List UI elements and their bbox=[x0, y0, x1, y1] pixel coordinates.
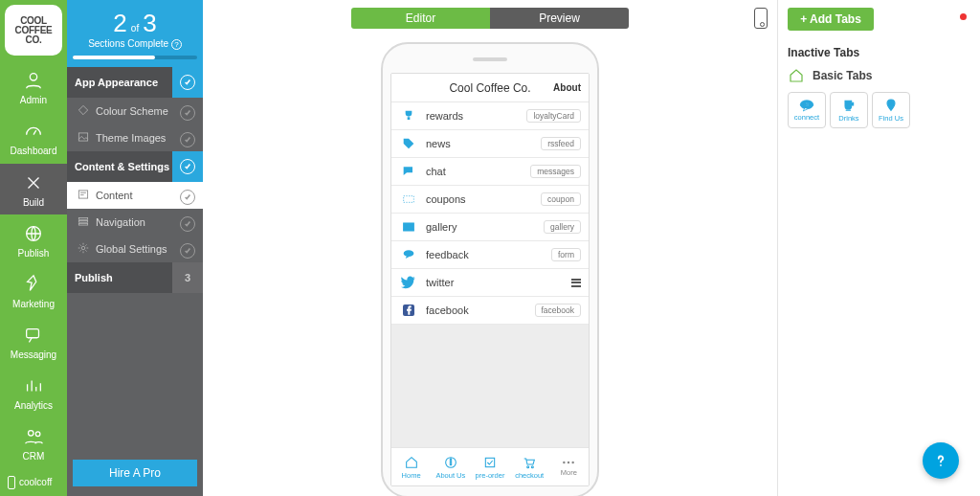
svg-rect-6 bbox=[78, 191, 87, 198]
twitter-icon bbox=[399, 275, 418, 290]
primary-nav-sidebar: COOLCOFFEECO. Admin Dashboard Build Publ… bbox=[0, 0, 67, 496]
content-icon bbox=[77, 188, 90, 203]
editor-tab[interactable]: Editor bbox=[351, 8, 490, 29]
svg-rect-9 bbox=[78, 223, 87, 225]
svg-point-21 bbox=[532, 465, 534, 467]
svg-rect-8 bbox=[78, 220, 87, 222]
svg-point-10 bbox=[81, 246, 85, 250]
notification-dot bbox=[960, 13, 967, 20]
svg-rect-17 bbox=[450, 461, 451, 464]
tabbar-about[interactable]: About Us bbox=[431, 448, 470, 485]
chip-connect[interactable]: Hi!connect bbox=[788, 92, 826, 128]
nav-item-analytics[interactable]: Analytics bbox=[0, 367, 67, 417]
nav-item-publish[interactable]: Publish bbox=[0, 214, 67, 265]
inactive-tabs-heading: Inactive Tabs bbox=[788, 46, 970, 59]
tab-row-rewards[interactable]: rewards loyaltyCard bbox=[391, 102, 589, 130]
section-app-appearance[interactable]: App Appearance bbox=[67, 67, 203, 98]
svg-point-20 bbox=[527, 465, 529, 467]
publish-count-badge: 3 bbox=[172, 262, 203, 293]
settings-column: 2 of 3 Sections Complete ? App Appearanc… bbox=[67, 0, 203, 496]
app-titlebar: Cool Coffee Co. About bbox=[391, 74, 589, 102]
nav-item-dashboard[interactable]: Dashboard bbox=[0, 112, 67, 163]
image-icon bbox=[77, 130, 90, 146]
nav-item-messaging[interactable]: Messaging bbox=[0, 316, 67, 367]
nav-item-build[interactable]: Build bbox=[0, 164, 67, 214]
tab-row-news[interactable]: news rssfeed bbox=[391, 130, 589, 158]
basic-tabs-row: Basic Tabs bbox=[788, 67, 970, 84]
brand-logo: COOLCOFFEECO. bbox=[5, 5, 62, 56]
chip-drinks[interactable]: Drinks bbox=[830, 92, 868, 128]
section-content-settings[interactable]: Content & Settings bbox=[67, 151, 203, 182]
tab-row-twitter[interactable]: twitter bbox=[391, 269, 589, 297]
svg-rect-5 bbox=[78, 133, 87, 141]
user-footer[interactable]: coolcoff bbox=[0, 469, 67, 496]
phone-preview: Cool Coffee Co. About rewards loyaltyCar… bbox=[381, 42, 599, 496]
chip-findus[interactable]: Find Us bbox=[872, 92, 910, 128]
svg-text:Hi!: Hi! bbox=[804, 101, 810, 107]
svg-point-0 bbox=[30, 74, 36, 80]
svg-point-4 bbox=[35, 432, 40, 437]
tabbar-more[interactable]: More bbox=[549, 448, 589, 485]
help-fab[interactable] bbox=[923, 442, 959, 479]
tab-row-gallery[interactable]: gallery gallery bbox=[391, 214, 589, 241]
check-icon bbox=[172, 67, 203, 98]
svg-point-31 bbox=[890, 102, 893, 105]
nav-icon bbox=[77, 214, 90, 230]
hire-a-pro-button[interactable]: Hire A Pro bbox=[73, 460, 197, 486]
device-toggle-icon[interactable] bbox=[754, 8, 768, 29]
help-icon[interactable]: ? bbox=[171, 39, 182, 50]
row-colour-scheme[interactable]: Colour Scheme bbox=[67, 98, 203, 124]
svg-rect-2 bbox=[27, 329, 39, 338]
svg-rect-11 bbox=[404, 196, 414, 203]
add-tabs-button[interactable]: + Add Tabs bbox=[788, 8, 874, 31]
gallery-icon bbox=[399, 219, 418, 235]
trophy-icon bbox=[399, 108, 418, 124]
tab-row-feedback[interactable]: feedback form bbox=[391, 241, 589, 269]
section-publish[interactable]: Publish 3 bbox=[67, 262, 203, 293]
svg-rect-19 bbox=[485, 458, 494, 466]
chat-icon bbox=[399, 164, 418, 179]
check-icon bbox=[172, 151, 203, 182]
phone-speaker bbox=[473, 57, 507, 61]
progress-tile: 2 of 3 Sections Complete ? bbox=[67, 0, 203, 67]
row-theme-images[interactable]: Theme Images bbox=[67, 124, 203, 151]
editor-preview-toggle: Editor Preview bbox=[351, 8, 629, 29]
inactive-tab-chips: Hi!connect Drinks Find Us bbox=[788, 92, 970, 128]
right-panel: + Add Tabs Inactive Tabs Basic Tabs Hi!c… bbox=[777, 0, 980, 496]
coupon-icon bbox=[399, 192, 418, 207]
home-icon bbox=[788, 67, 805, 84]
nav-item-admin[interactable]: Admin bbox=[0, 61, 67, 112]
tabbar-preorder[interactable]: pre-order bbox=[470, 448, 509, 485]
row-menu-icon[interactable] bbox=[571, 279, 581, 287]
tab-row-chat[interactable]: chat messages bbox=[391, 158, 589, 186]
row-global-settings[interactable]: Global Settings bbox=[67, 236, 203, 262]
tab-row-facebook[interactable]: facebook facebook bbox=[391, 297, 589, 325]
svg-point-23 bbox=[568, 461, 569, 462]
phone-screen: Cool Coffee Co. About rewards loyaltyCar… bbox=[390, 73, 590, 486]
screen-empty-area bbox=[391, 325, 589, 447]
tag-icon bbox=[399, 136, 418, 151]
preview-tab[interactable]: Preview bbox=[490, 8, 629, 29]
row-content[interactable]: Content bbox=[67, 182, 203, 209]
svg-rect-7 bbox=[78, 218, 87, 220]
progress-bar bbox=[73, 56, 197, 59]
nav-item-marketing[interactable]: Marketing bbox=[0, 265, 67, 316]
svg-point-14 bbox=[404, 250, 414, 257]
svg-point-24 bbox=[572, 461, 574, 462]
facebook-icon bbox=[399, 303, 418, 318]
tabbar-home[interactable]: Home bbox=[391, 448, 431, 485]
tab-row-coupons[interactable]: coupons coupon bbox=[391, 186, 589, 214]
row-navigation[interactable]: Navigation bbox=[67, 209, 203, 236]
tabbar-checkout[interactable]: checkout bbox=[510, 448, 549, 485]
phone-tabbar: Home About Us pre-order checkout More bbox=[391, 447, 589, 485]
about-button[interactable]: About bbox=[553, 82, 581, 93]
svg-rect-18 bbox=[450, 459, 451, 460]
nav-item-crm[interactable]: CRM bbox=[0, 417, 67, 468]
app-title: Cool Coffee Co. bbox=[449, 81, 530, 95]
gear-icon bbox=[77, 241, 90, 257]
svg-point-3 bbox=[29, 431, 34, 437]
phone-icon bbox=[8, 476, 15, 489]
main-panel: Editor Preview Cool Coffee Co. About rew… bbox=[203, 0, 777, 496]
speech-icon bbox=[399, 247, 418, 262]
palette-icon bbox=[77, 103, 90, 119]
